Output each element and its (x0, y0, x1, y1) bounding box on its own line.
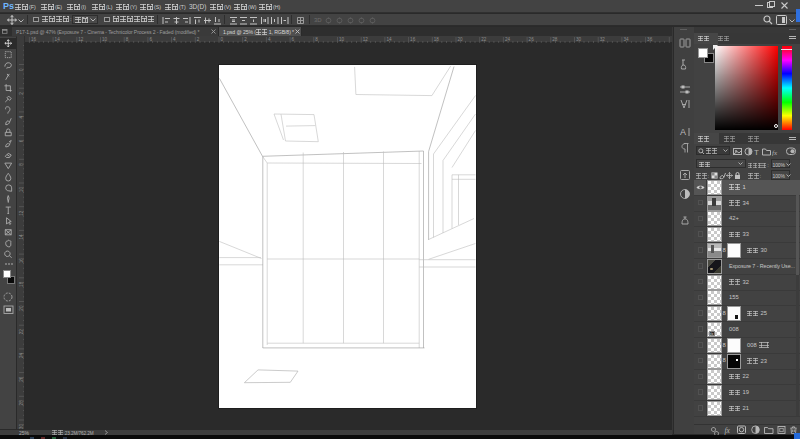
svg-text:2: 2 (244, 37, 247, 42)
svg-text:26: 26 (19, 376, 24, 382)
svg-text:30: 30 (576, 37, 582, 42)
svg-text:28: 28 (19, 400, 24, 406)
svg-text:6: 6 (149, 37, 152, 42)
svg-text:18: 18 (434, 37, 440, 42)
svg-text:12: 12 (19, 210, 24, 216)
svg-text:14: 14 (386, 37, 392, 42)
svg-text:28: 28 (552, 37, 558, 42)
svg-text:0: 0 (19, 68, 24, 71)
svg-text:20: 20 (458, 37, 464, 42)
svg-text:16: 16 (19, 258, 24, 264)
svg-text:8: 8 (126, 37, 129, 42)
svg-text:12: 12 (78, 37, 84, 42)
svg-text:4: 4 (268, 37, 271, 42)
svg-text:A: A (680, 127, 686, 137)
svg-text:26: 26 (529, 37, 535, 42)
svg-text:16: 16 (31, 37, 37, 42)
svg-text:14: 14 (19, 234, 24, 240)
svg-text:32: 32 (600, 37, 606, 42)
svg-text:10: 10 (102, 37, 108, 42)
svg-text:4: 4 (173, 37, 176, 42)
svg-text:22: 22 (481, 37, 487, 42)
svg-text:2: 2 (197, 37, 200, 42)
svg-text:8: 8 (19, 163, 24, 166)
svg-text:6: 6 (292, 37, 295, 42)
svg-text:24: 24 (505, 37, 511, 42)
svg-text:fx: fx (772, 148, 778, 156)
svg-text:6: 6 (19, 139, 24, 142)
svg-text:36: 36 (647, 37, 653, 42)
svg-text:22: 22 (19, 329, 24, 335)
svg-text:34: 34 (623, 37, 629, 42)
svg-text:10: 10 (19, 187, 24, 193)
svg-text:2: 2 (19, 92, 24, 95)
svg-text:10: 10 (339, 37, 345, 42)
svg-text:4: 4 (19, 115, 24, 118)
svg-text:8: 8 (315, 37, 318, 42)
svg-text:20: 20 (19, 305, 24, 311)
svg-text:12: 12 (363, 37, 369, 42)
svg-text:16: 16 (410, 37, 416, 42)
svg-text:0: 0 (221, 37, 224, 42)
svg-text:14: 14 (55, 37, 61, 42)
svg-text:T: T (754, 148, 759, 156)
svg-text:18: 18 (19, 281, 24, 287)
svg-text:24: 24 (19, 352, 24, 358)
